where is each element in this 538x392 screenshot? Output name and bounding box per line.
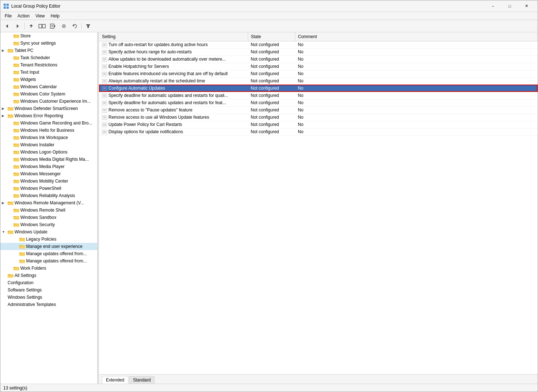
tree-item-text-input[interactable]: Text Input <box>0 69 97 76</box>
menu-view[interactable]: View <box>33 13 48 19</box>
tree-expander[interactable]: ▶ <box>2 201 8 205</box>
table-row[interactable]: Enable Hotpatching for ServersNot config… <box>99 63 538 70</box>
tab-extended[interactable]: Extended <box>102 376 128 384</box>
tree-item-windows-color-system[interactable]: Windows Color System <box>0 90 97 98</box>
title-bar: Local Group Policy Editor − □ ✕ <box>0 0 538 12</box>
tree-expander[interactable]: ▶ <box>2 107 8 110</box>
cell-comment: No <box>295 56 538 63</box>
tree-item-windows-update[interactable]: ▼ Windows Update <box>0 228 97 236</box>
table-row[interactable]: Specify active hours range for auto-rest… <box>99 48 538 56</box>
svg-rect-92 <box>13 209 19 212</box>
folder-icon <box>8 229 13 235</box>
setting-icon <box>102 49 108 54</box>
tree-item-work-folders[interactable]: Work Folders <box>0 265 97 272</box>
toolbar-view-button[interactable] <box>59 21 69 31</box>
cell-comment: No <box>295 77 538 85</box>
tree-item-windows-remote-shell[interactable]: Windows Remote Shell <box>0 207 97 214</box>
toolbar-export-button[interactable] <box>48 21 58 31</box>
tree-item-manage-updates-1[interactable]: Manage updates offered from... <box>0 250 97 257</box>
maximize-button[interactable]: □ <box>501 0 518 12</box>
tree-item-windows-ink[interactable]: Windows Ink Workspace <box>0 134 97 141</box>
cell-comment: No <box>295 63 538 70</box>
svg-marker-4 <box>6 24 8 28</box>
tree-item-windows-calendar[interactable]: Windows Calendar <box>0 83 97 90</box>
setting-icon <box>102 115 108 120</box>
tree-item-windows-remote-mgmt[interactable]: ▶ Windows Remote Management (V... <box>0 199 97 207</box>
tree-item-store[interactable]: Store <box>0 32 97 40</box>
tree-item-label: Software Settings <box>8 287 42 293</box>
tree-item-label: Task Scheduler <box>20 55 50 60</box>
tree-expander[interactable]: ▶ <box>2 114 8 118</box>
tree-item-windows-media-digital[interactable]: Windows Media Digital Rights Ma... <box>0 156 97 163</box>
tree-item-tablet-pc[interactable]: ▶ Tablet PC <box>0 47 97 54</box>
svg-rect-62 <box>13 137 19 139</box>
toolbar-refresh-button[interactable] <box>70 21 80 31</box>
tree-item-windows-reliability[interactable]: Windows Reliability Analysis <box>0 192 97 199</box>
tree-item-windows-defender[interactable]: ▶ Windows Defender SmartScreen <box>0 105 97 112</box>
tree-item-label: Manage end user experience <box>26 244 82 249</box>
tree-item-windows-installer[interactable]: Windows Installer <box>0 141 97 148</box>
tree-item-software-settings[interactable]: Software Settings <box>0 286 97 294</box>
toolbar-filter-button[interactable] <box>83 21 93 31</box>
tree-item-windows-mobility[interactable]: Windows Mobility Center <box>0 177 97 185</box>
tree-item-windows-messenger[interactable]: Windows Messenger <box>0 170 97 177</box>
toolbar-up-button[interactable] <box>26 21 36 31</box>
table-row[interactable]: Specify deadline for automatic updates a… <box>99 92 538 99</box>
tree-expander[interactable]: ▼ <box>2 230 8 234</box>
svg-rect-150 <box>102 115 107 120</box>
cell-setting: Specify deadline for automatic updates a… <box>99 99 248 106</box>
folder-icon <box>13 98 19 104</box>
setting-text: Enable features introduced via servicing… <box>108 71 228 76</box>
setting-text: Turn off auto-restart for updates during… <box>108 42 208 47</box>
table-row[interactable]: Remove access to use all Windows Update … <box>99 114 538 121</box>
folder-icon <box>8 48 13 53</box>
minimize-button[interactable]: − <box>485 0 501 12</box>
tree-item-windows-sandbox[interactable]: Windows Sandbox <box>0 214 97 221</box>
menu-help[interactable]: Help <box>48 13 63 19</box>
folder-icon <box>13 135 19 140</box>
tree-item-windows-media-player[interactable]: Windows Media Player <box>0 163 97 170</box>
table-row[interactable]: Allow updates to be downloaded automatic… <box>99 56 538 63</box>
tree-item-windows-security[interactable]: Windows Security <box>0 221 97 228</box>
tree-item-windows-customer-exp[interactable]: Windows Customer Experience Im... <box>0 98 97 105</box>
table-row[interactable]: Display options for update notifications… <box>99 128 538 135</box>
tree-item-legacy-policies[interactable]: Legacy Policies <box>0 236 97 243</box>
tree-item-all-settings[interactable]: All Settings <box>0 272 97 279</box>
tree-item-widgets[interactable]: Widgets <box>0 76 97 83</box>
table-row[interactable]: Specify deadline for automatic updates a… <box>99 99 538 106</box>
table-row[interactable]: Configure Automatic UpdatesNot configure… <box>99 85 538 92</box>
tab-standard[interactable]: Standard <box>129 376 155 384</box>
tree-item-manage-end-user[interactable]: Manage end user experience <box>0 243 97 250</box>
tree-item-tenant-restrictions[interactable]: Tenant Restrictions <box>0 61 97 69</box>
toolbar-back-button[interactable] <box>2 21 12 31</box>
svg-rect-53 <box>8 115 13 118</box>
table-row[interactable]: Turn off auto-restart for updates during… <box>99 41 538 48</box>
close-button[interactable]: ✕ <box>518 0 535 12</box>
tree-item-admin-templates[interactable]: Administrative Templates <box>0 301 97 308</box>
tree-item-windows-powershell[interactable]: Windows PowerShell <box>0 185 97 192</box>
tree-expander[interactable]: ▶ <box>2 49 8 52</box>
setting-text: Allow updates to be downloaded automatic… <box>108 57 226 62</box>
tree-item-windows-game-recording[interactable]: Windows Game Recording and Bro... <box>0 119 97 127</box>
menu-action[interactable]: Action <box>15 13 32 19</box>
toolbar-forward-button[interactable] <box>13 21 23 31</box>
tree-item-windows-error-reporting[interactable]: ▶ Windows Error Reporting <box>0 112 97 119</box>
cell-state: Not configured <box>248 92 295 99</box>
tree-item-task-scheduler[interactable]: Task Scheduler <box>0 54 97 61</box>
setting-text: Specify active hours range for auto-rest… <box>108 49 192 54</box>
menu-file[interactable]: File <box>2 13 15 19</box>
tree-item-windows-settings[interactable]: Windows Settings <box>0 294 97 301</box>
table-row[interactable]: Remove access to "Pause updates" feature… <box>99 106 538 114</box>
tree-item-windows-hello[interactable]: Windows Hello for Business <box>0 127 97 134</box>
tree-item-windows-logon[interactable]: Windows Logon Options <box>0 148 97 156</box>
tree-item-sync-settings[interactable]: Sync your settings <box>0 40 97 47</box>
folder-icon <box>13 193 19 199</box>
table-row[interactable]: Update Power Policy for Cart RestartsNot… <box>99 121 538 128</box>
tree-item-configuration[interactable]: Configuration <box>0 279 97 286</box>
tree-pane[interactable]: Store Sync your settings▶ Tablet PC Task… <box>0 32 98 384</box>
tree-item-manage-updates-2[interactable]: Manage updates offered from... <box>0 257 97 265</box>
table-row[interactable]: Always automatically restart at the sche… <box>99 77 538 85</box>
toolbar-show-hide-button[interactable] <box>37 21 47 31</box>
settings-table[interactable]: Setting State Comment Turn off auto-rest… <box>99 32 538 374</box>
table-row[interactable]: Enable features introduced via servicing… <box>99 70 538 77</box>
